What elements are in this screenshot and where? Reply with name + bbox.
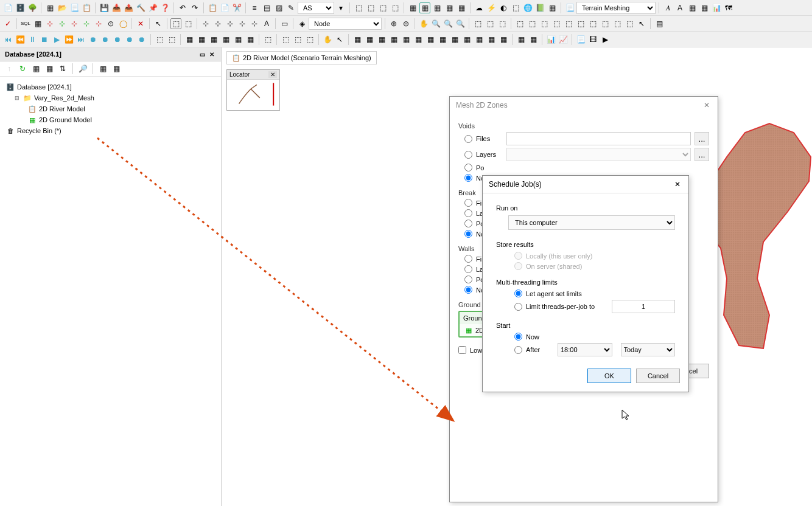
now-radio[interactable] [514,333,522,341]
box-icon[interactable]: ⬚ [510,2,521,13]
node-d-icon[interactable]: ⊹ [81,18,92,29]
let-agent-radio[interactable] [514,289,522,297]
grid-e-icon[interactable]: ▦ [456,2,467,13]
page-icon[interactable]: 📃 [69,2,80,13]
tool-b-icon[interactable]: ⬚ [365,2,376,13]
g2-icon[interactable]: ▦ [364,34,375,45]
collapse-icon[interactable]: ⊟ [15,95,21,101]
stack-icon[interactable]: ▤ [261,2,272,13]
s9-icon[interactable]: ⬚ [612,18,623,29]
after-radio[interactable] [514,346,522,354]
walls-pol-radio[interactable] [464,276,472,283]
fit-icon[interactable]: 🔍 [455,18,466,29]
tree-river-model[interactable]: 📋 2D River Model [4,103,217,114]
tbl-icon[interactable]: ▦ [547,2,558,13]
t3-icon[interactable]: ⬚ [497,18,508,29]
save-icon[interactable]: 💾 [99,2,110,13]
mag-in-icon[interactable]: 🔍 [430,18,441,29]
text-icon[interactable]: A [261,18,272,29]
m3-icon[interactable]: ▦ [184,34,195,45]
rec-e-icon[interactable]: ⏺ [136,34,147,45]
tb-a-icon[interactable]: ▦ [30,63,41,74]
g6-icon[interactable]: ▦ [413,34,424,45]
n1-icon[interactable]: ⊹ [200,18,211,29]
n5-icon[interactable]: ⊹ [249,18,260,29]
tree-icon[interactable]: 🌳 [27,2,38,13]
n2-icon[interactable]: ⊹ [212,18,223,29]
poly-icon[interactable]: ◈ [296,18,307,29]
rec-c-icon[interactable]: ⏺ [112,34,123,45]
g11-icon[interactable]: ▦ [474,34,485,45]
table-icon[interactable]: ▦ [44,2,55,13]
s6-icon[interactable]: ⬚ [575,18,586,29]
ring-icon[interactable]: ◯ [117,18,128,29]
bolt-icon[interactable]: ⚡ [486,2,497,13]
circ-icon[interactable]: ◐ [498,2,509,13]
stop-icon[interactable]: ⏹ [39,34,50,45]
t2-icon[interactable]: ⬚ [485,18,495,29]
g15-icon[interactable]: ▦ [528,34,539,45]
s10-icon[interactable]: ⬚ [624,18,635,29]
m12-icon[interactable]: ⬚ [304,34,315,45]
m6-icon[interactable]: ▦ [220,34,231,45]
refresh-icon[interactable]: ↻ [17,63,28,74]
schedule-close-icon[interactable]: ✕ [673,179,682,189]
tb-b-icon[interactable]: ▦ [44,63,55,74]
walls-lay-radio[interactable] [464,265,472,273]
terrain-combo[interactable]: Terrain Meshing [576,2,656,14]
time-select[interactable]: 18:00 [558,343,612,356]
tree-recycle[interactable]: 🗑 Recycle Bin (*) [4,125,217,136]
voids-files-browse[interactable]: ... [695,132,709,145]
pg2-icon[interactable]: 📃 [575,34,586,45]
chart2-icon[interactable]: 📊 [545,34,556,45]
g12-icon[interactable]: ▦ [486,34,497,45]
s8-icon[interactable]: ⬚ [600,18,611,29]
mesh-close-icon[interactable]: ✕ [702,100,712,110]
zoom-out-icon[interactable]: ⊖ [401,18,411,29]
copy-icon[interactable]: 📋 [207,2,218,13]
grid-d-icon[interactable]: ▦ [444,2,455,13]
help-icon[interactable]: ❓ [159,2,170,13]
select-icon[interactable]: ⬚ [170,18,181,29]
g13-icon[interactable]: ▦ [498,34,509,45]
s5-icon[interactable]: ⬚ [563,18,574,29]
undo-icon[interactable]: ↶ [177,2,188,13]
mesh-icon[interactable]: ▨ [273,2,284,13]
hand2-icon[interactable]: ✋ [322,34,333,45]
sort-icon[interactable]: ⇅ [57,63,68,74]
rect-icon[interactable]: ▭ [279,18,290,29]
node-combo[interactable]: Node [309,18,382,30]
m5-icon[interactable]: ▦ [208,34,219,45]
color-icon[interactable]: ▦ [687,2,698,13]
redo-icon[interactable]: ↷ [189,2,200,13]
m10-icon[interactable]: ⬚ [280,34,291,45]
lower-mesh-checkbox[interactable] [458,346,466,354]
multi-icon[interactable]: 📋 [81,2,92,13]
grid-c-icon[interactable]: ▦ [432,2,443,13]
play-prev-icon[interactable]: ⏪ [15,34,26,45]
import-icon[interactable]: 📥 [111,2,122,13]
tree-project[interactable]: ⊟ 📁 Vary_Res_2d_Mesh [4,92,217,103]
m8-icon[interactable]: ▦ [245,34,256,45]
paste-icon[interactable]: 📄 [219,2,230,13]
m2-icon[interactable]: ⬚ [166,34,177,45]
node-f-icon[interactable]: ⊙ [105,18,116,29]
rec-b-icon[interactable]: ⏺ [100,34,111,45]
book-icon[interactable]: 📗 [534,2,545,13]
node-a-icon[interactable]: ⊹ [44,18,55,29]
g10-icon[interactable]: ▦ [461,34,472,45]
pg-icon[interactable]: 📃 [564,2,575,13]
hand-icon[interactable]: ✋ [418,18,429,29]
voids-files-input[interactable] [506,132,691,145]
g4-icon[interactable]: ▦ [388,34,399,45]
tool-d-icon[interactable]: ⬚ [390,2,401,13]
g9-icon[interactable]: ▦ [449,34,460,45]
play-fwd-icon[interactable]: ⏩ [63,34,74,45]
m11-icon[interactable]: ⬚ [292,34,303,45]
sql-icon[interactable]: SQL [20,18,31,29]
day-select[interactable]: Today [621,343,676,356]
play-last-icon[interactable]: ⏭ [75,34,86,45]
db-icon[interactable]: 🗄️ [15,2,26,13]
tree-root[interactable]: 🗄️ Database [2024.1] [4,81,217,92]
mag-out-icon[interactable]: 🔍 [443,18,453,29]
